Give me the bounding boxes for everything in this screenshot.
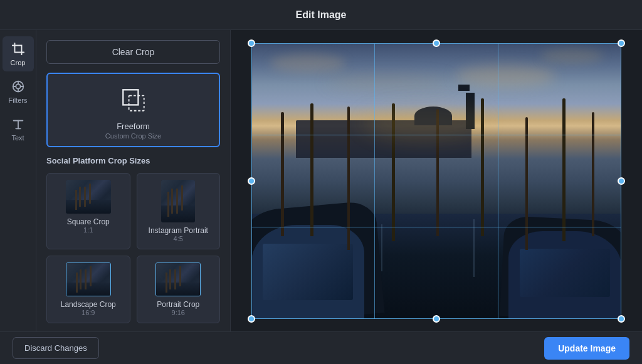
landscape-crop-option[interactable]: Landscape Crop 16:9 <box>46 256 130 323</box>
reflection-2 <box>381 224 382 271</box>
portrait-crop-thumbnail-image <box>156 263 200 296</box>
freeform-crop-subtitle: Custom Crop Size <box>105 132 161 140</box>
sidebar-item-filters[interactable]: Filters <box>3 74 34 109</box>
pole-3 <box>347 107 350 250</box>
clear-crop-button[interactable]: Clear Crop <box>46 40 220 64</box>
instagram-portrait-option[interactable]: Instagram Portrait 4:5 <box>137 173 221 249</box>
instagram-portrait-thumbnail-image <box>161 180 195 222</box>
crop-panel: Clear Crop Freeform Custom Crop Size Soc… <box>36 30 231 331</box>
page-title: Edit Image <box>296 9 347 21</box>
landscape-crop-thumbnail-image <box>66 263 110 296</box>
header: Edit Image <box>0 0 642 30</box>
portrait-crop-thumb <box>155 263 201 296</box>
discard-changes-button[interactable]: Discard Changes <box>13 337 99 359</box>
landscape-crop-ratio: 16:9 <box>82 309 95 316</box>
cloud-2 <box>455 65 555 87</box>
square-crop-ratio: 1:1 <box>83 226 93 234</box>
svg-rect-10 <box>129 96 144 111</box>
landscape-crop-name: Landscape Crop <box>61 300 116 309</box>
square-crop-thumbnail-image <box>66 180 111 214</box>
portrait-crop-option[interactable]: Portrait Crop 9:16 <box>137 256 221 323</box>
freeform-crop-icon <box>116 83 151 118</box>
square-crop-option[interactable]: Square Crop 1:1 <box>46 173 130 249</box>
pole-8 <box>562 98 566 242</box>
update-image-button[interactable]: Update Image <box>544 337 629 360</box>
sidebar-item-crop[interactable]: Crop <box>3 36 34 71</box>
footer: Discard Changes Update Image <box>0 331 642 364</box>
main-layout: Crop Filters <box>0 30 642 331</box>
cloud-1 <box>270 54 345 73</box>
square-crop-name: Square Crop <box>67 217 110 226</box>
freeform-crop-option[interactable]: Freeform Custom Crop Size <box>46 73 220 147</box>
cloud-4 <box>325 76 451 88</box>
sidebar-item-filters-label: Filters <box>9 96 28 104</box>
reflection-3 <box>473 219 475 277</box>
sidebar-item-text[interactable]: Text <box>3 112 34 147</box>
pole-9 <box>592 112 594 236</box>
image-container <box>251 43 621 319</box>
social-section-title: Social Platform Crop Sizes <box>46 156 220 165</box>
social-crop-grid: Square Crop 1:1 Instagram Portrait 4:5 L… <box>46 173 220 323</box>
filters-icon <box>11 79 26 94</box>
crop-options-grid: Freeform Custom Crop Size <box>46 73 220 147</box>
cloud-3 <box>540 48 603 64</box>
landscape-crop-thumb <box>66 263 111 296</box>
portrait-crop-name: Portrait Crop <box>157 300 199 309</box>
text-icon <box>11 117 26 132</box>
sidebar-item-crop-label: Crop <box>11 59 26 66</box>
instagram-portrait-name: Instagram Portrait <box>149 226 208 235</box>
pole-2 <box>310 103 313 236</box>
canvas-area <box>231 30 642 331</box>
sidebar-item-text-label: Text <box>11 134 24 142</box>
instagram-portrait-ratio: 4:5 <box>174 235 183 242</box>
svg-rect-9 <box>123 90 138 105</box>
gondola-right-cover-fabric <box>520 249 610 297</box>
freeform-crop-name: Freeform <box>117 122 150 131</box>
main-image <box>251 43 621 319</box>
sunset-glow <box>362 103 488 141</box>
pole-7 <box>525 117 528 249</box>
portrait-crop-ratio: 9:16 <box>172 309 185 316</box>
svg-point-1 <box>16 84 20 88</box>
gondola-cover-fabric <box>263 244 353 300</box>
campanile-top <box>458 85 470 91</box>
sidebar-icons: Crop Filters <box>0 30 36 331</box>
square-crop-thumb <box>66 180 111 214</box>
crop-icon <box>11 41 26 56</box>
pole-1 <box>281 112 284 236</box>
instagram-portrait-thumb <box>161 180 195 222</box>
